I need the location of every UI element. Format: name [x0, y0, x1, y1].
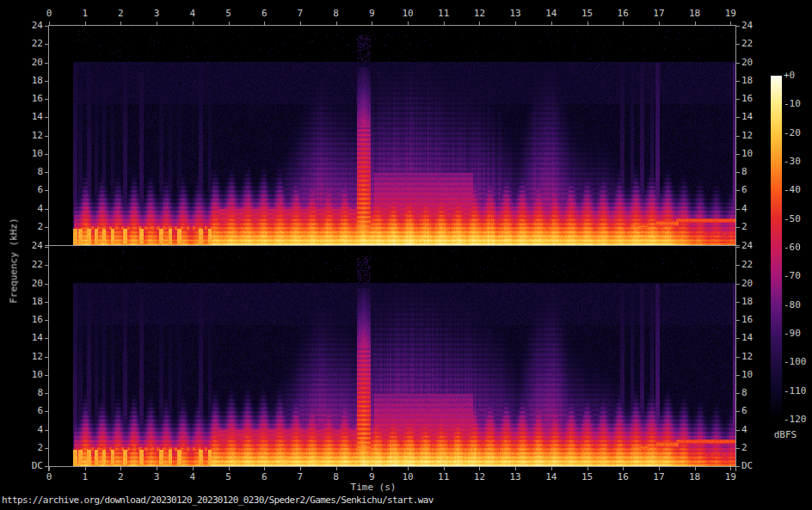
freq-tick-right: [736, 320, 740, 321]
freq-tick-right: [736, 265, 740, 266]
freq-tick-right: [736, 227, 740, 228]
colorbar-tick-label: -70: [784, 271, 801, 281]
freq-tick-label-right: 20: [741, 58, 753, 68]
colorbar-tick-label: +0: [784, 71, 795, 81]
time-tick-label-bottom: 17: [653, 472, 664, 482]
time-tick-bottom: [372, 467, 372, 470]
time-tick-bottom: [551, 467, 552, 470]
freq-tick-left: [45, 430, 48, 431]
time-tick-bottom: [659, 467, 660, 470]
freq-tick-label-right: 4: [741, 425, 747, 435]
time-tick-top: [49, 22, 50, 25]
colorbar-title: dBFS: [766, 429, 804, 440]
freq-tick-right: [736, 302, 740, 303]
freq-tick-right: [736, 357, 740, 358]
freq-tick-label-left: 12: [14, 131, 43, 141]
time-tick-bottom: [336, 467, 337, 470]
time-tick-label-top: 0: [46, 9, 52, 19]
time-tick-label-top: 9: [369, 9, 375, 19]
time-tick-label-bottom: 10: [402, 472, 413, 482]
freq-tick-label-right: 20: [741, 279, 753, 289]
freq-tick-left: [45, 375, 48, 376]
freq-tick-label-left: 6: [14, 185, 43, 195]
freq-tick-left: [45, 136, 48, 137]
freq-tick-label-right: 18: [741, 76, 753, 86]
time-tick-label-top: 1: [82, 9, 88, 19]
freq-tick-left: [45, 227, 48, 228]
freq-tick-label-left: 24: [14, 21, 43, 31]
axis-line-left: [48, 25, 49, 471]
time-tick-label-bottom: 4: [189, 472, 195, 482]
freq-tick-right: [736, 190, 740, 191]
time-tick-top: [85, 22, 86, 25]
time-tick-label-top: 5: [225, 9, 231, 19]
freq-tick-label-left: 6: [14, 406, 43, 416]
time-tick-label-top: 8: [333, 9, 339, 19]
freq-tick-label-left: 4: [14, 425, 43, 435]
time-tick-bottom: [479, 467, 480, 470]
freq-tick-label-left: 2: [14, 443, 43, 453]
colorbar-tick-label: -60: [784, 243, 801, 253]
time-tick-top: [695, 22, 696, 25]
time-tick-label-bottom: 11: [438, 472, 449, 482]
time-tick-label-top: 3: [154, 9, 160, 19]
freq-tick-label-right: 10: [741, 370, 753, 380]
freq-tick-right: [736, 117, 740, 118]
time-tick-label-bottom: 2: [118, 472, 124, 482]
freq-tick-right: [736, 245, 740, 246]
freq-tick-label-right: 14: [741, 112, 753, 122]
freq-tick-left: [45, 190, 48, 191]
freq-tick-right: [736, 63, 740, 64]
freq-tick-label-left: DC: [14, 461, 43, 471]
freq-tick-right: [736, 466, 740, 467]
freq-tick-label-right: 2: [741, 222, 747, 232]
freq-tick-label-right: 16: [741, 94, 753, 104]
time-tick-top: [408, 22, 409, 25]
freq-tick-left: [45, 466, 48, 467]
freq-tick-label-left: 10: [14, 149, 43, 159]
time-tick-top: [659, 22, 660, 25]
freq-tick-right: [736, 154, 740, 155]
freq-tick-left: [45, 63, 48, 64]
time-tick-top: [730, 22, 731, 25]
axis-line-top: [48, 25, 736, 26]
freq-axis-title: Frequency (kHz): [9, 218, 20, 303]
time-tick-label-top: 18: [689, 9, 700, 19]
time-tick-label-top: 14: [545, 9, 557, 19]
time-tick-top: [623, 22, 624, 25]
freq-tick-left: [45, 302, 48, 303]
colorbar-tick-label: -10: [784, 99, 801, 109]
time-tick-bottom: [157, 467, 157, 470]
freq-tick-label-right: 2: [741, 443, 747, 453]
freq-tick-label-right: DC: [741, 461, 753, 471]
freq-tick-left: [45, 99, 48, 100]
freq-tick-left: [45, 320, 48, 321]
freq-tick-left: [45, 338, 48, 339]
freq-tick-left: [45, 81, 48, 82]
freq-tick-right: [736, 99, 740, 100]
colorbar-tick-label: -100: [784, 357, 807, 367]
time-tick-label-bottom: 3: [154, 472, 160, 482]
time-tick-bottom: [49, 467, 50, 470]
freq-tick-left: [45, 117, 48, 118]
time-tick-label-bottom: 12: [474, 472, 485, 482]
freq-tick-left: [45, 265, 48, 266]
time-tick-label-bottom: 5: [225, 472, 231, 482]
source-url-text: https://archive.org/download/20230120_20…: [2, 495, 434, 506]
time-tick-top: [515, 22, 516, 25]
time-tick-label-bottom: 15: [581, 472, 593, 482]
freq-tick-right: [736, 430, 740, 431]
time-tick-bottom: [695, 467, 696, 470]
axis-line-bottom: [48, 466, 736, 467]
freq-tick-right: [736, 81, 740, 82]
time-tick-label-top: 4: [189, 9, 195, 19]
freq-tick-label-left: 16: [14, 94, 43, 104]
time-tick-label-bottom: 6: [261, 472, 268, 482]
time-tick-bottom: [229, 467, 230, 470]
time-tick-bottom: [623, 467, 624, 470]
freq-tick-right: [736, 209, 740, 210]
time-tick-bottom: [264, 467, 265, 470]
freq-tick-label-right: 24: [741, 241, 753, 251]
time-tick-top: [336, 22, 337, 25]
colorbar: [771, 76, 782, 420]
